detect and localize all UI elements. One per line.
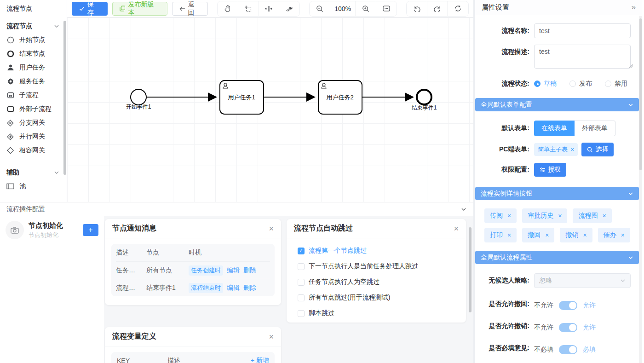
save-button[interactable]: 保存 [72, 2, 108, 16]
zoom-out-button[interactable] [310, 1, 330, 16]
skip-option-empty-assignee[interactable]: 任务节点执行人为空跳过 [298, 278, 455, 286]
collapse-panel-icon[interactable]: » [632, 3, 636, 12]
timing-tag: 流程结束时 [189, 283, 223, 293]
palette-item-label: 开始节点 [19, 36, 45, 44]
strategy-select[interactable]: 忽略 [534, 273, 631, 288]
process-name-input[interactable] [534, 23, 631, 38]
remove-tag-icon[interactable]: × [621, 231, 625, 239]
tag-label: 审批历史 [528, 212, 553, 220]
start-event-node[interactable]: 开始事件1 [126, 89, 151, 110]
radio-icon [605, 81, 611, 87]
redo-button[interactable] [427, 1, 448, 16]
palette-group-process-nodes[interactable]: 流程节点 [0, 17, 67, 33]
online-form-button[interactable]: 在线表单 [534, 121, 575, 136]
close-icon[interactable]: × [269, 225, 274, 233]
radio-disabled[interactable]: 禁用 [605, 80, 627, 88]
skip-option-first-node[interactable]: 流程第一个节点跳过 [298, 247, 455, 255]
back-label: 返回 [188, 0, 201, 17]
connect-tool-button[interactable] [279, 1, 300, 16]
properties-scrollbar-thumb[interactable] [639, 18, 642, 170]
toggle-on-label: 允许 [583, 323, 596, 332]
section-default-process-attrs[interactable]: 全局默认流程属性 [475, 251, 639, 264]
palette-item-inclusive-gateway[interactable]: 相容网关 [0, 144, 67, 157]
skip-option-script[interactable]: 脚本跳过 [298, 309, 455, 317]
undo-button[interactable] [407, 1, 427, 16]
plugin-card-node-init[interactable]: 节点初始化 节点初始化 + [6, 221, 98, 239]
section-default-form-config[interactable]: 全局默认表单配置 [475, 98, 639, 111]
resize-grip-icon[interactable] [629, 63, 633, 68]
external-form-button[interactable]: 外部表单 [575, 121, 615, 136]
palette-item-pool[interactable]: 池 [0, 179, 67, 193]
lasso-tool-button[interactable] [238, 1, 259, 16]
select-form-button[interactable]: 选择 [581, 143, 614, 156]
search-icon [587, 147, 593, 153]
bpmn-canvas[interactable]: 开始事件1 用户任务1 [67, 17, 473, 202]
allow-withdraw-switch[interactable] [559, 301, 577, 310]
tag-label: 传阅 [490, 212, 503, 220]
panels-scrollbar[interactable] [469, 227, 472, 312]
user-task-2-node[interactable]: 用户任务2 [318, 81, 362, 114]
close-icon[interactable]: × [269, 333, 274, 341]
space-tool-button[interactable] [259, 1, 279, 16]
remove-tag-icon[interactable]: × [545, 231, 549, 239]
add-plugin-button[interactable]: + [83, 224, 98, 236]
remove-tag-icon[interactable]: × [558, 212, 562, 219]
add-variable-link[interactable]: + 新增 [251, 357, 269, 363]
variables-panel: 流程变量定义 × KEY 描述 + 新增 [105, 327, 281, 363]
palette-item-subprocess[interactable]: 子流程 [0, 88, 67, 102]
tag-label: 撤回 [528, 231, 540, 239]
remove-tag-icon[interactable]: × [507, 231, 511, 239]
require-comment-switch[interactable] [559, 345, 577, 354]
back-button[interactable]: 返回 [172, 2, 208, 16]
radio-published[interactable]: 发布 [569, 80, 592, 88]
palette-item-exclusive-gateway[interactable]: 分支网关 [0, 116, 67, 130]
remove-tag-icon[interactable]: × [583, 231, 586, 239]
close-icon[interactable]: × [454, 225, 459, 233]
radio-draft[interactable]: 草稿 [534, 80, 557, 88]
properties-panel: 属性设置 » 流程名称: 流程描述: test 流程状态: 草稿 发布 [475, 0, 642, 363]
pc-form-label: PC端表单: [475, 145, 534, 154]
palette-item-end-node[interactable]: 结束节点 [0, 47, 67, 61]
process-desc-textarea[interactable]: test [534, 45, 631, 69]
allow-withdraw-row: 是否允许撤回: 不允许 允许 [475, 299, 634, 310]
palette-group-auxiliary[interactable]: 辅助 [0, 164, 67, 179]
zoom-in-button[interactable] [356, 1, 376, 16]
properties-header: 属性设置 » [475, 0, 642, 15]
zoom-level-indicator[interactable]: 100% [330, 1, 356, 16]
sidebar-scrollbar[interactable] [63, 21, 66, 175]
delete-link[interactable]: 删除 [243, 284, 256, 292]
remove-tag-icon[interactable]: × [602, 212, 606, 219]
palette-item-parallel-gateway[interactable]: 并行网关 [0, 130, 67, 144]
marquee-select-icon [244, 5, 252, 12]
palette-item-start-node[interactable]: 开始节点 [0, 33, 67, 47]
allow-revoke-switch[interactable] [559, 323, 577, 332]
remove-tag-icon[interactable]: × [570, 146, 574, 153]
section-instance-detail-buttons[interactable]: 流程实例详情按钮 [475, 187, 639, 200]
skip-option-same-assignee[interactable]: 下一节点执行人是当前任务处理人跳过 [298, 262, 455, 271]
palette-item-user-task[interactable]: 用户任务 [0, 61, 67, 75]
allow-withdraw-label: 是否允许撤回: [475, 299, 534, 308]
edit-link[interactable]: 编辑 [227, 266, 240, 275]
user-task-1-node[interactable]: 用户任务1 [220, 81, 264, 114]
properties-title: 属性设置 [482, 3, 509, 12]
section-title: 全局默认流程属性 [481, 254, 532, 262]
plugin-config-section: 流程插件配置 节点初始化 节点初始化 + [0, 202, 473, 363]
process-desc-row: 流程描述: test [475, 45, 634, 70]
fit-viewport-button[interactable] [376, 1, 397, 16]
palette-item-service-task[interactable]: 服务任务 [0, 75, 67, 88]
authorize-button[interactable]: 授权 [534, 163, 566, 177]
collapse-chevron-icon[interactable] [460, 206, 467, 213]
hand-tool-button[interactable] [218, 1, 238, 16]
palette-item-external-subprocess[interactable]: 外部子流程 [0, 102, 67, 116]
plugin-section-header: 流程插件配置 [0, 202, 473, 216]
remove-tag-icon[interactable]: × [507, 212, 511, 219]
end-event-node[interactable]: 结束事件1 [412, 90, 437, 111]
edit-link[interactable]: 编辑 [227, 284, 240, 292]
refresh-button[interactable] [448, 1, 468, 16]
publish-button[interactable]: 发布新版本 [112, 2, 167, 16]
svg-text:结束事件1: 结束事件1 [412, 104, 437, 111]
delete-link[interactable]: 删除 [243, 266, 256, 275]
checkbox-icon [298, 310, 305, 317]
zoom-in-icon [362, 5, 369, 12]
skip-option-all-nodes[interactable]: 所有节点跳过(用于流程测试) [298, 294, 455, 302]
